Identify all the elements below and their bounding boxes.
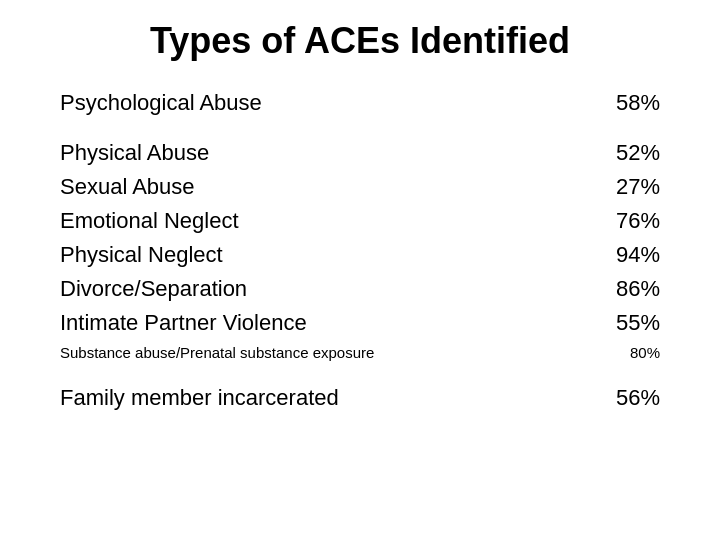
- row-label: Physical Abuse: [60, 140, 600, 166]
- ace-table: Psychological Abuse58%Physical Abuse52%S…: [60, 86, 660, 415]
- row-value: 56%: [600, 385, 660, 411]
- row-value: 27%: [600, 174, 660, 200]
- row-label: Psychological Abuse: [60, 90, 600, 116]
- row-label: Sexual Abuse: [60, 174, 600, 200]
- page-title: Types of ACEs Identified: [150, 20, 570, 62]
- group-separator: [60, 365, 660, 381]
- row-label: Substance abuse/Prenatal substance expos…: [60, 344, 600, 361]
- row-label: Intimate Partner Violence: [60, 310, 600, 336]
- table-row: Divorce/Separation86%: [60, 272, 660, 306]
- table-row: Physical Neglect94%: [60, 238, 660, 272]
- row-value: 55%: [600, 310, 660, 336]
- table-row: Sexual Abuse27%: [60, 170, 660, 204]
- row-label: Divorce/Separation: [60, 276, 600, 302]
- table-row: Substance abuse/Prenatal substance expos…: [60, 340, 660, 365]
- row-value: 80%: [600, 344, 660, 361]
- table-row: Psychological Abuse58%: [60, 86, 660, 120]
- row-label: Family member incarcerated: [60, 385, 600, 411]
- row-value: 76%: [600, 208, 660, 234]
- table-row: Emotional Neglect76%: [60, 204, 660, 238]
- row-value: 94%: [600, 242, 660, 268]
- row-value: 86%: [600, 276, 660, 302]
- row-value: 52%: [600, 140, 660, 166]
- group-separator: [60, 120, 660, 136]
- table-row: Physical Abuse52%: [60, 136, 660, 170]
- row-value: 58%: [600, 90, 660, 116]
- table-row: Intimate Partner Violence55%: [60, 306, 660, 340]
- table-row: Family member incarcerated56%: [60, 381, 660, 415]
- row-label: Emotional Neglect: [60, 208, 600, 234]
- row-label: Physical Neglect: [60, 242, 600, 268]
